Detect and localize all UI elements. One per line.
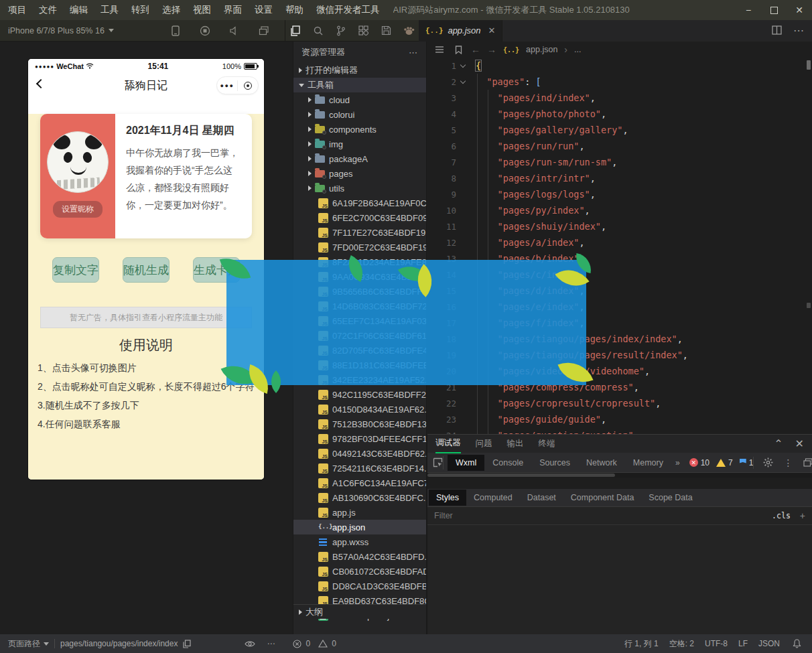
split-editor-icon[interactable] bbox=[770, 24, 783, 36]
page-path-selector[interactable]: 页面路径 bbox=[0, 634, 54, 653]
editor-line[interactable]: 10 "pages/py/index", bbox=[427, 202, 812, 218]
tree-folder-packageA[interactable]: packageA bbox=[293, 151, 426, 166]
undock-icon[interactable] bbox=[802, 457, 812, 469]
info-badge[interactable]: 1 bbox=[740, 458, 754, 467]
mute-icon[interactable] bbox=[228, 25, 241, 37]
tree-file[interactable]: 7FD00E72C63E4BDF19... bbox=[293, 240, 426, 255]
editor-line[interactable]: 1{ bbox=[427, 58, 812, 74]
copy-icon[interactable] bbox=[181, 638, 193, 650]
encoding[interactable]: UTF-8 bbox=[699, 634, 733, 653]
fold-icon[interactable] bbox=[456, 81, 470, 83]
back-arrow-icon[interactable]: ← bbox=[471, 44, 480, 55]
debugger-tab-调试器[interactable]: 调试器 bbox=[435, 435, 461, 453]
devtools-tab-wxml[interactable]: Wxml bbox=[448, 455, 484, 471]
menu-item[interactable]: 微信开发者工具 bbox=[316, 4, 380, 16]
menu-item[interactable]: 界面 bbox=[224, 4, 242, 16]
tree-file[interactable]: 942C1195C63E4BDFF2... bbox=[293, 387, 426, 402]
add-style-button[interactable]: + bbox=[800, 510, 805, 521]
menu-item[interactable]: 设置 bbox=[255, 4, 273, 16]
editor-line[interactable]: 3 "pages/ind/index", bbox=[427, 90, 812, 106]
extensions-icon[interactable] bbox=[358, 25, 370, 37]
menu-item[interactable]: 编辑 bbox=[70, 4, 88, 16]
tree-file[interactable]: 6FE2C700C63E4BDF09... bbox=[293, 210, 426, 225]
debugger-tab-问题[interactable]: 问题 bbox=[476, 435, 492, 453]
tree-file[interactable]: 72542116C63E4BDF14... bbox=[293, 461, 426, 476]
menu-item[interactable]: 工具 bbox=[100, 4, 119, 16]
save-icon[interactable] bbox=[381, 25, 393, 37]
tree-folder-utils[interactable]: utils bbox=[293, 181, 426, 196]
styles-tab[interactable]: Scope Data bbox=[641, 490, 699, 506]
tree-folder-img[interactable]: img bbox=[293, 137, 426, 151]
multi-window-icon[interactable] bbox=[258, 25, 270, 37]
tree-file[interactable]: AB130690C63E4BDFC... bbox=[293, 490, 426, 505]
more-tabs-chevron[interactable]: » bbox=[671, 458, 684, 467]
action-button[interactable]: 随机生成 bbox=[123, 257, 170, 283]
tree-file[interactable]: 6A19F2B634AE19AF0C... bbox=[293, 196, 426, 210]
menu-item[interactable]: 项目 bbox=[8, 4, 26, 16]
devtools-tab-console[interactable]: Console bbox=[484, 455, 531, 471]
horizontal-scrollbar[interactable] bbox=[427, 473, 812, 478]
overview-ruler[interactable] bbox=[805, 42, 812, 434]
breadcrumb-more[interactable]: ... bbox=[574, 45, 581, 54]
styles-tab[interactable]: Component Data bbox=[563, 490, 642, 506]
device-selector[interactable]: iPhone 6/7/8 Plus 85% 16 bbox=[0, 26, 154, 35]
editor-line[interactable]: 6 "pages/run/run", bbox=[427, 138, 812, 154]
tree-file[interactable]: 7512B3B0C63E4BDF13... bbox=[293, 417, 426, 431]
tree-folder-pages[interactable]: pages bbox=[293, 166, 426, 181]
tree-file[interactable]: CB061072C63E4BDFAD... bbox=[293, 564, 426, 579]
paw-icon[interactable] bbox=[403, 25, 415, 37]
record-icon[interactable] bbox=[199, 25, 211, 37]
editor-line[interactable]: 23 "pages/guide/guide", bbox=[427, 411, 812, 427]
tree-folder-components[interactable]: components bbox=[293, 122, 426, 137]
tree-file[interactable]: 04150D8434AE19AF62... bbox=[293, 402, 426, 417]
breadcrumb-file[interactable]: app.json bbox=[526, 45, 557, 54]
editor-line[interactable]: 4 "pages/photo/photo", bbox=[427, 106, 812, 122]
statusbar-more[interactable]: ⋯ bbox=[261, 634, 280, 653]
tree-file[interactable]: app.wxss bbox=[293, 534, 426, 549]
set-nickname-button[interactable]: 设置昵称 bbox=[53, 201, 103, 218]
close-button[interactable]: ✕ bbox=[787, 0, 812, 20]
editor-line[interactable]: 11 "pages/shuiy/index", bbox=[427, 218, 812, 234]
tree-folder-cloud[interactable]: cloud bbox=[293, 92, 426, 107]
explorer-more-icon[interactable]: ⋯ bbox=[409, 48, 418, 58]
editor-line[interactable]: 22 "pages/cropresult/cropresult", bbox=[427, 395, 812, 411]
editor-line[interactable]: 8 "pages/intr/intr", bbox=[427, 170, 812, 186]
fold-icon[interactable] bbox=[456, 65, 470, 67]
more-actions-icon[interactable]: ⋯ bbox=[793, 24, 804, 37]
warning-badge[interactable]: 7 bbox=[716, 458, 733, 467]
menu-item[interactable]: 文件 bbox=[39, 4, 57, 16]
tree-file[interactable]: app.js bbox=[293, 505, 426, 520]
notifications-bell[interactable] bbox=[785, 634, 812, 653]
cls-button[interactable]: .cls bbox=[772, 511, 791, 520]
editor-line[interactable]: 2 "pages": [ bbox=[427, 74, 812, 90]
avatar[interactable] bbox=[47, 131, 109, 193]
editor-line[interactable]: 7 "pages/run-sm/run-sm", bbox=[427, 154, 812, 170]
inspect-element-icon[interactable] bbox=[433, 456, 444, 469]
devtools-tab-sources[interactable]: Sources bbox=[531, 455, 578, 471]
maximize-button[interactable] bbox=[761, 0, 787, 20]
editor-line[interactable]: 5 "pages/gallery/gallery", bbox=[427, 122, 812, 138]
git-branch-icon[interactable] bbox=[335, 25, 347, 37]
error-badge[interactable]: ✕10 bbox=[689, 458, 709, 467]
indentation[interactable]: 空格: 2 bbox=[664, 634, 699, 653]
outline-section[interactable]: 大纲 bbox=[293, 604, 426, 619]
forward-arrow-icon[interactable]: → bbox=[487, 44, 496, 55]
tree-folder-colorui[interactable]: colorui bbox=[293, 107, 426, 122]
editor-line[interactable]: 9 "pages/logs/logs", bbox=[427, 186, 812, 202]
menu-item[interactable]: 转到 bbox=[131, 4, 149, 16]
preview-eye[interactable] bbox=[239, 634, 261, 653]
eol[interactable]: LF bbox=[733, 634, 753, 653]
devtools-tab-memory[interactable]: Memory bbox=[625, 455, 671, 471]
menu-item[interactable]: 帮助 bbox=[285, 4, 303, 16]
bookmark-icon[interactable] bbox=[452, 44, 464, 56]
styles-tab[interactable]: Dataset bbox=[520, 490, 563, 506]
gear-icon[interactable] bbox=[762, 457, 774, 469]
outline-list-icon[interactable] bbox=[433, 44, 446, 56]
tree-file[interactable]: 04492143C63E4BDF62... bbox=[293, 446, 426, 461]
devtools-tab-network[interactable]: Network bbox=[578, 455, 625, 471]
styles-tab[interactable]: Computed bbox=[466, 490, 520, 506]
files-icon[interactable] bbox=[289, 25, 301, 37]
debugger-tab-终端[interactable]: 终端 bbox=[539, 435, 555, 453]
tree-file[interactable]: 9782BF03D4FEE4CFF1E... bbox=[293, 431, 426, 446]
tree-file[interactable]: B57A0A42C63E4BDFD... bbox=[293, 549, 426, 564]
